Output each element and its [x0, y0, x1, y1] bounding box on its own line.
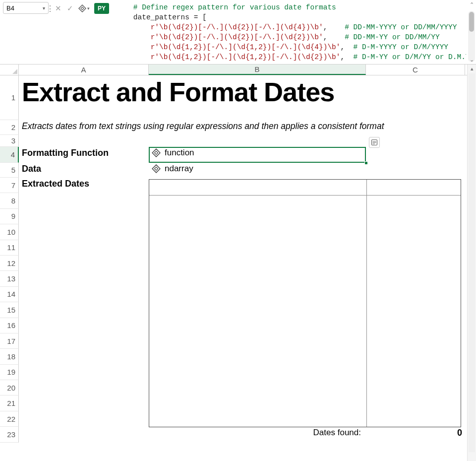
- chevron-down-icon: ▾: [87, 6, 90, 11]
- label-dates-found: Dates found:: [313, 428, 361, 437]
- fill-handle[interactable]: [364, 161, 368, 165]
- row-header-7[interactable]: 7: [0, 178, 19, 193]
- code-line: # Define regex pattern for various date …: [116, 3, 336, 11]
- row-header-1[interactable]: 1: [0, 75, 19, 120]
- vertical-scrollbar[interactable]: ▴: [467, 65, 476, 461]
- value-dates-found: 0: [457, 428, 462, 438]
- output-table: [149, 179, 461, 427]
- page-title: Extract and Format Dates: [22, 76, 462, 107]
- code-line: r'\b(\d{2})[-/\.](\d{2})[-/\.](\d{2})\b'…: [116, 33, 440, 41]
- row-header-2[interactable]: 2: [0, 120, 19, 135]
- scroll-down-icon: ⌄: [470, 57, 474, 63]
- cell-B4[interactable]: function: [152, 148, 363, 158]
- scroll-up-icon[interactable]: ▴: [468, 66, 476, 72]
- row-header-16[interactable]: 16: [0, 318, 19, 333]
- cell-B5[interactable]: ndarray: [152, 164, 363, 174]
- row-header-21[interactable]: 21: [0, 395, 19, 411]
- code-line: r'\b(\d{1,2})[-/\.](\d{1,2})[-/\.](\d{4}…: [116, 43, 448, 51]
- column-header-A[interactable]: A: [19, 65, 149, 75]
- collapse-formula-bar-button[interactable]: ⌃: [470, 1, 474, 8]
- formula-bar: B4 ▾ ⋮ ✕ ✓ ▾ PY # Define regex pattern f…: [0, 0, 476, 65]
- row-header-22[interactable]: 22: [0, 411, 19, 427]
- name-box[interactable]: B4 ▾: [3, 2, 49, 14]
- row-header-23[interactable]: 23: [0, 427, 19, 442]
- code-line: date_patterns = [: [116, 13, 207, 21]
- formula-bar-scrollbar[interactable]: [468, 11, 475, 62]
- python-object-icon: [152, 148, 161, 157]
- diamond-icon: [78, 4, 86, 12]
- row-header-19[interactable]: 19: [0, 365, 19, 380]
- separator-icon: ⋮: [49, 0, 52, 64]
- column-headers: A B C: [0, 65, 467, 75]
- row-header-14[interactable]: 14: [0, 287, 19, 302]
- label-formatting-function: Formatting Function: [22, 148, 109, 158]
- row-header-4[interactable]: 4: [0, 147, 19, 163]
- row-header-10[interactable]: 10: [0, 224, 19, 240]
- code-line: r'\b(\d{1,2})[-/\.](\d{1,2})[-/\.](\d{2}…: [116, 53, 466, 61]
- row-header-17[interactable]: 17: [0, 333, 19, 349]
- python-badge: PY: [94, 3, 109, 14]
- cell-B5-value: ndarray: [165, 164, 193, 174]
- chevron-down-icon: ▾: [43, 5, 45, 11]
- name-box-value: B4: [6, 4, 14, 12]
- spreadsheet-grid[interactable]: A B C 1 Extract and Format Dates 2 Extra…: [0, 65, 467, 461]
- row-header-9[interactable]: 9: [0, 209, 19, 224]
- label-data: Data: [22, 164, 41, 174]
- row-header-5[interactable]: 5: [0, 163, 19, 178]
- page-subtitle: Extracts dates from text strings using r…: [22, 121, 462, 132]
- insert-data-card-button[interactable]: [369, 137, 380, 148]
- row-header-15[interactable]: 15: [0, 302, 19, 318]
- row-header-18[interactable]: 18: [0, 349, 19, 364]
- code-editor[interactable]: # Define regex pattern for various date …: [109, 0, 466, 64]
- python-output-mode-button[interactable]: ▾: [77, 3, 90, 14]
- select-all-corner[interactable]: [0, 65, 19, 75]
- python-object-icon: [152, 164, 161, 173]
- column-header-C[interactable]: C: [366, 65, 465, 75]
- row-header-8[interactable]: 8: [0, 193, 19, 208]
- row-header-12[interactable]: 12: [0, 256, 19, 271]
- code-line: r'\b(\d{2})[-/\.](\d{2})[-/\.](\d{4})\b'…: [116, 23, 457, 31]
- row-header-3[interactable]: 3: [0, 135, 19, 147]
- cancel-button[interactable]: ✕: [53, 3, 63, 14]
- row-header-13[interactable]: 13: [0, 271, 19, 286]
- label-extracted-dates: Extracted Dates: [22, 179, 89, 189]
- row-header-11[interactable]: 11: [0, 240, 19, 256]
- scrollbar-track[interactable]: [469, 73, 475, 452]
- row-header-20[interactable]: 20: [0, 380, 19, 395]
- cell-B4-value: function: [165, 148, 194, 158]
- accept-button[interactable]: ✓: [64, 3, 75, 14]
- column-header-B[interactable]: B: [149, 65, 366, 75]
- scrollbar-thumb[interactable]: [469, 12, 474, 32]
